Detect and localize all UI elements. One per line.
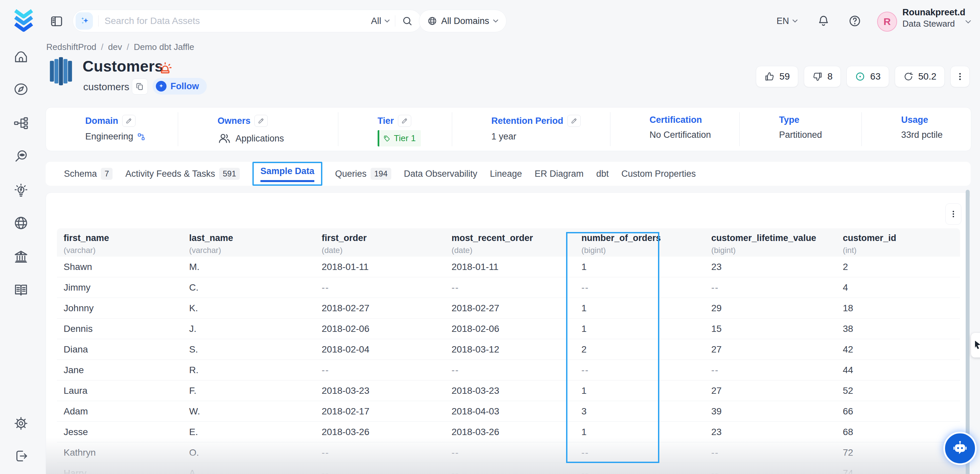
table-cell: O. <box>183 447 315 458</box>
table-cell: 15 <box>705 323 836 334</box>
alert-siren-icon[interactable] <box>157 60 173 76</box>
sidebar-item-profile[interactable] <box>12 148 30 165</box>
edit-tier-button[interactable] <box>398 115 411 127</box>
search-icon <box>402 15 413 27</box>
retention-label: Retention Period <box>492 116 563 126</box>
tab-custom-properties[interactable]: Custom Properties <box>621 169 696 179</box>
domains-filter-dropdown[interactable]: All Domains <box>419 10 506 32</box>
asset-more-menu-button[interactable] <box>950 66 970 87</box>
table-cell: Jesse <box>57 427 183 437</box>
table-cell: 1 <box>575 323 705 334</box>
popularity-count: 63 <box>870 71 880 82</box>
popularity-button[interactable]: 63 <box>846 66 889 87</box>
lineage-graph-icon <box>13 116 29 131</box>
freshness-button[interactable]: 50.2 <box>895 66 945 87</box>
sidebar-item-lineage[interactable] <box>12 115 30 132</box>
column-header-first-name[interactable]: first_name(varchar) <box>57 233 183 257</box>
type-label: Type <box>779 115 799 125</box>
edit-owners-button[interactable] <box>255 115 268 127</box>
table-cell: 66 <box>836 406 960 417</box>
tab-er-diagram[interactable]: ER Diagram <box>535 169 584 179</box>
globe-icon <box>13 215 29 231</box>
language-dropdown[interactable]: EN <box>776 0 797 42</box>
sidebar-item-web[interactable] <box>12 215 30 232</box>
page-scrollbar[interactable] <box>966 190 970 474</box>
breadcrumb-database[interactable]: dev <box>108 42 122 52</box>
copy-name-button[interactable] <box>132 78 148 94</box>
help-button[interactable] <box>846 13 863 29</box>
edit-domain-button[interactable] <box>122 115 135 127</box>
table-row: JohnnyK.2018-02-272018-02-2712918 <box>57 298 960 318</box>
breadcrumb-connection[interactable]: RedshiftProd <box>46 42 96 52</box>
breadcrumb-separator: / <box>101 42 103 52</box>
tab-sample-data-active[interactable]: Sample Data <box>252 162 322 186</box>
tab-dbt[interactable]: dbt <box>596 169 609 179</box>
column-header-most-recent-order[interactable]: most_recent_order(date) <box>445 233 575 257</box>
table-cell: 1 <box>575 303 705 313</box>
likes-button[interactable]: 59 <box>756 66 798 87</box>
sidebar-item-home[interactable] <box>12 48 30 65</box>
table-row: HarryA.--------74 <box>57 463 960 474</box>
assistant-chat-button[interactable] <box>943 432 977 465</box>
tab-data-observability[interactable]: Data Observability <box>404 169 477 179</box>
notifications-button[interactable] <box>815 13 832 29</box>
atlan-logo[interactable] <box>13 8 35 33</box>
sidebar-item-insights[interactable] <box>12 182 30 199</box>
user-role: Data Steward <box>902 19 955 29</box>
tier-badge[interactable]: Tier 1 <box>378 130 421 146</box>
tab-queries[interactable]: Queries 194 <box>335 168 391 180</box>
column-header-last-name[interactable]: last_name(varchar) <box>183 233 315 257</box>
tab-activity-feeds[interactable]: Activity Feeds & Tasks 591 <box>125 168 240 180</box>
user-menu-button[interactable] <box>963 16 974 27</box>
avatar[interactable]: R <box>877 12 897 32</box>
owners-value[interactable]: Applications <box>235 134 284 144</box>
table-cell: 2018-01-11 <box>445 262 575 272</box>
sample-data-panel: first_name(varchar) last_name(varchar) f… <box>46 192 970 474</box>
sidebar-item-governance[interactable] <box>12 248 30 265</box>
breadcrumb-schema[interactable]: Demo dbt Jaffle <box>134 42 194 52</box>
search-submit-button[interactable] <box>401 14 414 28</box>
table-cell: 2018-02-17 <box>315 406 445 417</box>
lightbulb-icon <box>13 183 29 198</box>
table-options-button[interactable] <box>945 204 961 225</box>
table-cell: 38 <box>836 323 960 334</box>
pointer-cursor-overlay <box>971 333 980 358</box>
breadcrumb-separator: / <box>127 42 129 52</box>
column-header-first-order[interactable]: first_order(date) <box>315 233 445 257</box>
tier-label: Tier <box>378 116 394 126</box>
edit-retention-button[interactable] <box>568 115 581 127</box>
search-scope-dropdown[interactable]: All <box>371 16 390 26</box>
globe-icon <box>427 16 437 26</box>
table-cell: 27 <box>705 344 836 355</box>
tab-lineage[interactable]: Lineage <box>490 169 522 179</box>
table-cell: 23 <box>705 262 836 272</box>
table-cell: 39 <box>705 406 836 417</box>
tab-schema[interactable]: Schema 7 <box>64 168 113 180</box>
user-name: Rounakpreet.d <box>902 7 965 17</box>
sidebar-item-settings[interactable] <box>12 415 30 432</box>
column-header-customer-id[interactable]: customer_id(int) <box>836 233 960 257</box>
table-cell: 2018-03-23 <box>315 385 445 396</box>
tier-value: Tier 1 <box>394 133 416 143</box>
chevron-down-icon <box>792 19 797 23</box>
sidebar-toggle-button[interactable] <box>49 13 65 29</box>
table-cell: 3 <box>575 406 705 417</box>
domain-value[interactable]: Engineering <box>85 132 133 142</box>
ai-search-button[interactable] <box>76 12 93 30</box>
column-header-number-of-orders[interactable]: number_of_orders(bigint) <box>575 233 705 257</box>
table-cell: Harry <box>57 468 183 474</box>
tab-count-badge: 7 <box>101 168 113 180</box>
column-header-customer-lifetime-value[interactable]: customer_lifetime_value(bigint) <box>705 233 836 257</box>
sidebar-item-logout[interactable] <box>12 447 30 465</box>
follow-button[interactable]: Follow <box>153 78 207 94</box>
sidebar-item-glossary[interactable] <box>12 281 30 299</box>
chevron-down-icon <box>493 19 498 23</box>
edit-pencil-icon <box>401 118 408 124</box>
sidebar-item-discover[interactable] <box>12 81 30 98</box>
bank-icon <box>13 249 29 264</box>
table-cell: -- <box>315 282 445 293</box>
search-input[interactable] <box>104 15 366 27</box>
type-value: Partitioned <box>779 130 822 140</box>
compass-icon <box>13 81 29 97</box>
dislikes-button[interactable]: 8 <box>804 66 841 87</box>
